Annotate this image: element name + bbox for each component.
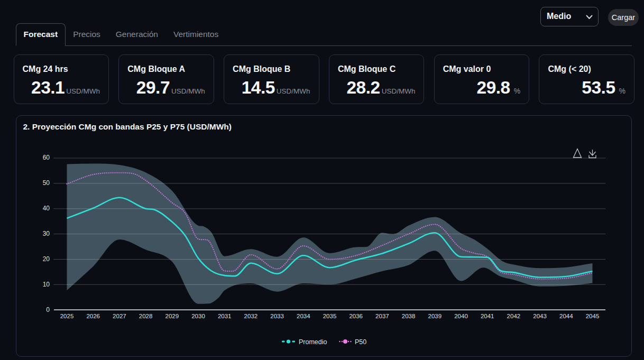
svg-text:2029: 2029 [165,313,179,319]
svg-text:2035: 2035 [323,313,337,319]
svg-text:P50: P50 [355,338,366,346]
svg-text:2028: 2028 [139,313,153,319]
svg-text:10: 10 [43,281,50,288]
svg-text:2026: 2026 [86,313,100,319]
svg-text:Promedio: Promedio [299,338,327,346]
svg-text:2042: 2042 [507,313,521,319]
svg-text:2044: 2044 [559,313,573,319]
svg-text:2031: 2031 [218,313,232,319]
svg-text:2043: 2043 [533,313,547,319]
svg-text:2034: 2034 [297,313,310,319]
svg-text:2045: 2045 [586,313,600,319]
svg-text:2039: 2039 [428,313,442,319]
svg-text:2027: 2027 [113,313,126,319]
svg-text:2040: 2040 [454,313,468,319]
svg-text:2030: 2030 [191,313,205,319]
svg-text:40: 40 [43,205,50,212]
svg-text:2033: 2033 [270,313,284,319]
svg-text:2038: 2038 [402,313,416,319]
svg-text:30: 30 [43,230,50,237]
svg-text:2032: 2032 [244,313,258,319]
svg-text:2025: 2025 [60,313,74,319]
svg-text:2041: 2041 [481,313,494,319]
svg-text:50: 50 [43,179,50,187]
svg-text:2036: 2036 [349,313,363,319]
svg-text:60: 60 [43,154,50,161]
svg-text:2037: 2037 [375,313,389,319]
svg-text:20: 20 [43,255,50,263]
svg-text:0: 0 [46,306,50,313]
